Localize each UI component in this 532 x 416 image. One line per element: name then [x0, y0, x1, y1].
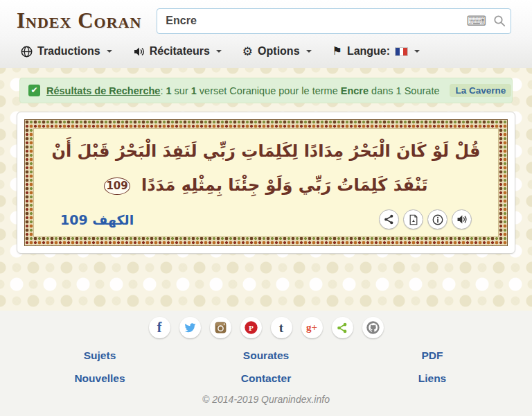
verse-number-badge: 109 — [104, 177, 130, 195]
svg-text:P: P — [249, 324, 254, 332]
search-input[interactable] — [157, 8, 511, 34]
results-summary: Résultats de Recherche: 1 sur 1 verset C… — [46, 85, 439, 96]
main-content: ✔ Résultats de Recherche: 1 sur 1 verset… — [0, 68, 532, 311]
header: Index Coran ⌨ — [0, 0, 532, 68]
chevron-down-icon — [107, 50, 112, 53]
footer-link-sourates[interactable]: Sourates — [183, 349, 349, 362]
search-results-banner: ✔ Résultats de Recherche: 1 sur 1 verset… — [19, 78, 513, 103]
flag-icon: ⚑ — [332, 46, 342, 57]
pinterest-icon[interactable]: P — [240, 317, 262, 338]
share-icon[interactable] — [379, 209, 399, 229]
chevron-down-icon — [414, 50, 420, 53]
tumblr-icon[interactable]: t — [271, 317, 292, 338]
footer-link-pdf[interactable]: PDF — [349, 349, 515, 362]
globe-icon — [21, 46, 33, 58]
main-nav: Traductions Récitateurs ⚙ Options ⚑ Lang… — [17, 36, 515, 67]
info-icon[interactable] — [427, 209, 447, 229]
google-plus-icon[interactable]: g+ — [301, 317, 323, 338]
chevron-down-icon — [306, 50, 312, 53]
ornate-frame: قُلْ لَوْ كَانَ الْبَحْرُ مِدَادًا لِكَل… — [24, 119, 508, 246]
site-logo[interactable]: Index Coran — [17, 8, 141, 33]
keyboard-icon[interactable]: ⌨ — [466, 14, 486, 28]
search-box: ⌨ — [157, 8, 511, 34]
nav-label: Langue: — [347, 45, 390, 58]
chevron-down-icon — [216, 50, 222, 53]
footer-link-nouvelles[interactable]: Nouvelles — [17, 372, 183, 385]
footer-link-liens[interactable]: Liens — [349, 372, 515, 385]
search-icon[interactable] — [493, 15, 506, 27]
nav-item-traductions[interactable]: Traductions — [21, 45, 112, 58]
surah-badge[interactable]: La Caverne — [450, 84, 511, 97]
instagram-icon[interactable] — [210, 317, 231, 338]
speaker-icon — [133, 46, 145, 58]
copyright-text: © 2014-2019 Quranindex.info — [0, 394, 532, 405]
surah-reference-link[interactable]: الكهف 109 — [60, 212, 134, 227]
verse-arabic-text: قُلْ لَوْ كَانَ الْبَحْرُ مِدَادًا لِكَل… — [51, 135, 481, 202]
gear-icon: ⚙ — [242, 46, 253, 58]
verse-actions — [379, 209, 472, 229]
audio-icon[interactable] — [452, 209, 472, 229]
nav-label: Options — [258, 45, 299, 58]
nav-item-options[interactable]: ⚙ Options — [242, 45, 312, 58]
results-link[interactable]: Résultats de Recherche — [46, 85, 160, 96]
social-links: f P t g+ — [0, 317, 532, 338]
github-icon[interactable] — [362, 317, 384, 338]
footer-link-contacter[interactable]: Contacter — [183, 372, 349, 385]
pdf-icon[interactable] — [403, 209, 423, 229]
checkmark-icon: ✔ — [28, 85, 40, 96]
nav-label: Traductions — [37, 45, 100, 58]
nav-label: Récitateurs — [150, 45, 210, 58]
footer-link-sujets[interactable]: Sujets — [17, 349, 183, 362]
share-icon[interactable] — [332, 317, 353, 338]
verse-card: قُلْ لَوْ كَانَ الْبَحْرُ مِدَادًا لِكَل… — [17, 112, 515, 254]
nav-item-langue[interactable]: ⚑ Langue: — [332, 45, 420, 58]
twitter-icon[interactable] — [179, 317, 201, 338]
nav-item-recitateurs[interactable]: Récitateurs — [133, 45, 222, 58]
facebook-icon[interactable]: f — [149, 317, 170, 338]
footer-links: Sujets Sourates PDF Nouvelles Contacter … — [17, 349, 515, 385]
footer: f P t g+ — [0, 311, 532, 416]
french-flag-icon — [395, 47, 408, 56]
